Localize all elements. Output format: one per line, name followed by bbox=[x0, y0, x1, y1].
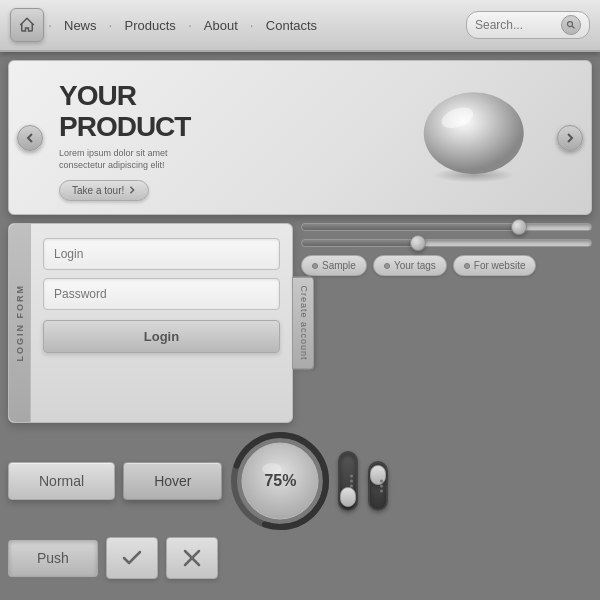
tag-your-tags[interactable]: Your tags bbox=[373, 255, 447, 276]
nav-sep-3: · bbox=[188, 16, 192, 34]
tag-sample[interactable]: Sample bbox=[301, 255, 367, 276]
toggles-container bbox=[338, 451, 388, 511]
navbar: · News · Products · About · Contacts bbox=[0, 0, 600, 52]
toggle-thumb-1 bbox=[340, 487, 356, 507]
hero-banner: YOUR PRODUCT Lorem ipsum dolor sit amet … bbox=[8, 60, 592, 215]
cross-icon bbox=[181, 547, 203, 569]
svg-point-3 bbox=[424, 92, 524, 174]
login-label-text: LOGIN FORM bbox=[15, 284, 25, 362]
slider-row-1 bbox=[301, 223, 592, 231]
toggle-thumb-2 bbox=[370, 465, 386, 485]
search-icon bbox=[566, 20, 576, 30]
hero-subtitle: Lorem ipsum dolor sit amet consectetur a… bbox=[59, 147, 209, 172]
nav-sep-1: · bbox=[48, 16, 52, 34]
nav-link-news[interactable]: News bbox=[56, 14, 105, 37]
chevron-left-icon bbox=[24, 132, 36, 144]
circular-progress: 75% bbox=[230, 431, 330, 531]
hero-title: YOUR PRODUCT bbox=[59, 81, 209, 143]
login-panel: LOGIN FORM Login Create account bbox=[8, 223, 293, 423]
product-orb bbox=[411, 86, 531, 190]
bottom-section: LOGIN FORM Login Create account bbox=[8, 223, 592, 423]
hero-next-button[interactable] bbox=[557, 125, 583, 151]
tag-for-website[interactable]: For website bbox=[453, 255, 537, 276]
slider-row-2 bbox=[301, 239, 592, 247]
nav-link-contacts[interactable]: Contacts bbox=[258, 14, 325, 37]
check-button[interactable] bbox=[106, 537, 158, 579]
hero-prev-button[interactable] bbox=[17, 125, 43, 151]
create-account-tab[interactable]: Create account bbox=[292, 276, 314, 369]
toggle-2 bbox=[368, 461, 388, 511]
login-input[interactable] bbox=[43, 238, 280, 270]
button-row-2: Push bbox=[8, 537, 592, 579]
nav-sep-2: · bbox=[109, 16, 113, 34]
tag-dot bbox=[312, 263, 318, 269]
chevron-right-icon bbox=[564, 132, 576, 144]
home-icon bbox=[18, 16, 36, 34]
toggle-dots-1 bbox=[350, 475, 353, 488]
home-button[interactable] bbox=[10, 8, 44, 42]
toggle-dot-2b bbox=[380, 485, 383, 488]
tag-dot-2 bbox=[384, 263, 390, 269]
tag-dot-3 bbox=[464, 263, 470, 269]
search-bar bbox=[466, 11, 590, 39]
nav-link-about[interactable]: About bbox=[196, 14, 246, 37]
normal-button[interactable]: Normal bbox=[8, 462, 115, 500]
hero-cta-button[interactable]: Take a tour! bbox=[59, 180, 149, 201]
nav-sep-4: · bbox=[250, 16, 254, 34]
login-form-inner: Login bbox=[31, 224, 292, 422]
search-input[interactable] bbox=[475, 18, 555, 32]
tag-your-tags-label: Your tags bbox=[394, 260, 436, 271]
toggle-1 bbox=[338, 451, 358, 511]
slider-1[interactable] bbox=[301, 223, 592, 231]
check-icon bbox=[120, 546, 144, 570]
nav-link-products[interactable]: Products bbox=[117, 14, 184, 37]
svg-point-0 bbox=[568, 22, 573, 27]
button-row-1: Normal Hover 75% bbox=[8, 431, 592, 531]
svg-line-1 bbox=[572, 26, 575, 29]
controls-panel: Sample Your tags For website bbox=[301, 223, 592, 423]
login-side-label: LOGIN FORM bbox=[9, 224, 31, 422]
toggle-dot-1b bbox=[350, 480, 353, 483]
login-button[interactable]: Login bbox=[43, 320, 280, 353]
toggle-track-2[interactable] bbox=[368, 461, 388, 511]
tags-row: Sample Your tags For website bbox=[301, 255, 592, 276]
tag-for-website-label: For website bbox=[474, 260, 526, 271]
toggle-track-1[interactable] bbox=[338, 451, 358, 511]
toggle-dot-2a bbox=[380, 480, 383, 483]
cross-button[interactable] bbox=[166, 537, 218, 579]
slider-2[interactable] bbox=[301, 239, 592, 247]
hero-text-block: YOUR PRODUCT Lorem ipsum dolor sit amet … bbox=[59, 81, 209, 201]
search-button[interactable] bbox=[561, 15, 581, 35]
toggle-dot-1a bbox=[350, 475, 353, 478]
progress-text: 75% bbox=[264, 472, 296, 490]
toggle-dots-2 bbox=[380, 480, 383, 493]
hover-button[interactable]: Hover bbox=[123, 462, 222, 500]
chevron-right-icon bbox=[128, 186, 136, 194]
toggle-dot-1c bbox=[350, 485, 353, 488]
push-button[interactable]: Push bbox=[8, 540, 98, 577]
tag-sample-label: Sample bbox=[322, 260, 356, 271]
toggle-dot-2c bbox=[380, 490, 383, 493]
password-input[interactable] bbox=[43, 278, 280, 310]
hero-cta-label: Take a tour! bbox=[72, 185, 124, 196]
